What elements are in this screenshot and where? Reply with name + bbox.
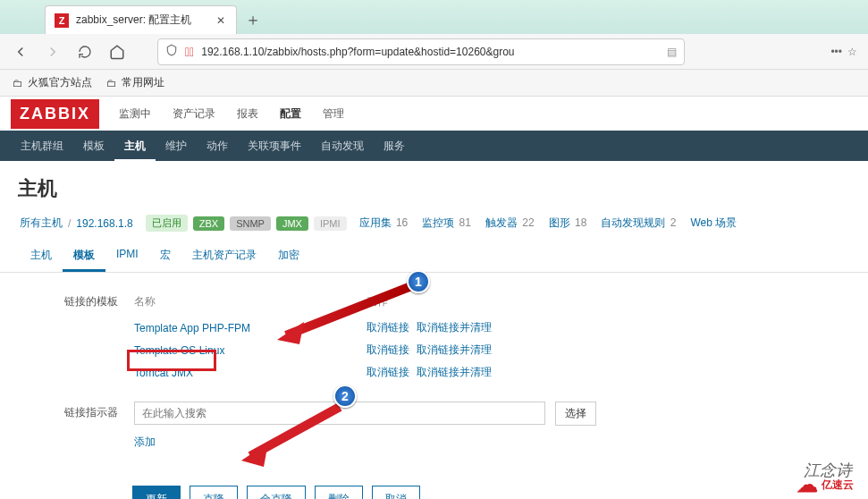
add-link[interactable]: 添加 xyxy=(134,435,156,450)
tab-templates[interactable]: 模板 xyxy=(63,239,105,272)
callout-1: 1 xyxy=(407,270,430,293)
breadcrumb: 所有主机 / 192.168.1.8 已启用 ZBX SNMP JMX IPMI… xyxy=(0,211,868,239)
update-button[interactable]: 更新 xyxy=(132,486,181,499)
nav-reports[interactable]: 报表 xyxy=(226,97,269,131)
unlink-link[interactable]: 取消链接 xyxy=(367,343,409,356)
nav-inventory[interactable]: 资产记录 xyxy=(162,97,226,131)
callout-2: 2 xyxy=(333,385,357,408)
linked-templates-table: 名称 动作 Template App PHP-FPM 取消链接取消链接并清理 T… xyxy=(134,291,545,384)
link-webscenarios[interactable]: Web 场景 xyxy=(690,216,737,231)
subnav-hostgroups[interactable]: 主机群组 xyxy=(11,131,73,162)
back-button[interactable] xyxy=(11,42,30,62)
unlink-clear-link[interactable]: 取消链接并清理 xyxy=(417,366,492,378)
subnav-templates[interactable]: 模板 xyxy=(73,131,114,162)
pill-ipmi: IPMI xyxy=(314,216,347,231)
cancel-button[interactable]: 取消 xyxy=(372,486,420,499)
link-items[interactable]: 监控项 81 xyxy=(422,216,471,231)
form-area: 链接的模板 名称 动作 Template App PHP-FPM 取消链接取消链… xyxy=(0,273,868,486)
crumb-hostname[interactable]: 192.168.1.8 xyxy=(76,217,132,230)
zabbix-app: ZABBIX 监测中 资产记录 报表 配置 管理 主机群组 模板 主机 维护 动… xyxy=(0,97,868,499)
link-graphs[interactable]: 图形 18 xyxy=(549,216,587,231)
reader-icon[interactable]: ▤ xyxy=(667,46,677,58)
host-tabs: 主机 模板 IPMI 宏 主机资产记录 加密 xyxy=(0,239,868,273)
zabbix-main-nav: 监测中 资产记录 报表 配置 管理 xyxy=(108,97,355,131)
template-row: Template App PHP-FPM 取消链接取消链接并清理 xyxy=(134,317,545,339)
actions-row: 更新 克隆 全克隆 删除 取消 xyxy=(132,486,868,499)
bookmark-star-icon[interactable]: ☆ xyxy=(847,46,857,58)
nav-administration[interactable]: 管理 xyxy=(312,97,355,131)
bookmark-item-common[interactable]: 🗀 常用网址 xyxy=(106,75,164,90)
home-button[interactable] xyxy=(107,42,127,62)
template-row: Tomcat JMX 取消链接取消链接并清理 xyxy=(134,361,545,384)
link-discovery[interactable]: 自动发现规则 2 xyxy=(601,216,676,231)
folder-icon: 🗀 xyxy=(13,77,23,89)
browser-nav-bar: 🔒⃠ 192.168.1.10/zabbix/hosts.php?form=up… xyxy=(0,34,868,70)
watermark-logo: ☁亿速云 xyxy=(796,472,854,497)
link-indicator-label: 链接指示器 xyxy=(27,402,134,450)
template-link[interactable]: Tomcat JMX xyxy=(134,367,193,379)
cloud-icon: ☁ xyxy=(796,472,818,497)
tab-inventory[interactable]: 主机资产记录 xyxy=(181,239,267,272)
col-name: 名称 xyxy=(134,291,367,317)
tab-encryption[interactable]: 加密 xyxy=(267,239,310,272)
close-icon[interactable]: ✕ xyxy=(215,14,227,27)
pill-zbx: ZBX xyxy=(193,216,224,231)
unlink-clear-link[interactable]: 取消链接并清理 xyxy=(417,343,492,356)
template-link[interactable]: Template App PHP-FPM xyxy=(134,322,250,334)
forward-button[interactable] xyxy=(43,42,63,62)
browser-tab-bar: Z zabbix_server: 配置主机 ✕ ＋ xyxy=(0,0,868,34)
browser-more-icon[interactable]: ••• xyxy=(830,46,842,58)
zabbix-logo[interactable]: ZABBIX xyxy=(11,99,99,129)
subnav-services[interactable]: 服务 xyxy=(374,131,415,162)
shield-icon xyxy=(165,44,178,59)
subnav-actions[interactable]: 动作 xyxy=(197,131,238,162)
col-action: 动作 xyxy=(367,291,545,317)
crumb-allhosts[interactable]: 所有主机 xyxy=(20,216,63,231)
reload-button[interactable] xyxy=(75,42,95,62)
tab-host[interactable]: 主机 xyxy=(20,239,63,272)
bookmark-bar: 🗀 火狐官方站点 🗀 常用网址 xyxy=(0,70,868,97)
template-row: Template OS Linux 取消链接取消链接并清理 xyxy=(134,339,545,361)
folder-icon: 🗀 xyxy=(106,77,117,89)
pill-snmp: SNMP xyxy=(230,216,271,231)
new-tab-button[interactable]: ＋ xyxy=(240,7,265,32)
bookmark-item-firefox[interactable]: 🗀 火狐官方站点 xyxy=(13,75,92,90)
bookmark-label: 常用网址 xyxy=(122,75,164,90)
link-applications[interactable]: 应用集 16 xyxy=(359,216,409,231)
subnav-hosts[interactable]: 主机 xyxy=(114,131,156,162)
browser-tab[interactable]: Z zabbix_server: 配置主机 ✕ xyxy=(45,5,237,34)
page-title: 主机 xyxy=(0,161,868,211)
zabbix-header: ZABBIX 监测中 资产记录 报表 配置 管理 xyxy=(0,97,868,131)
unlink-clear-link[interactable]: 取消链接并清理 xyxy=(417,321,492,334)
tab-macros[interactable]: 宏 xyxy=(149,239,181,272)
url-text: 192.168.1.10/zabbix/hosts.php?form=updat… xyxy=(201,46,662,58)
nav-configuration[interactable]: 配置 xyxy=(269,97,312,131)
unlink-link[interactable]: 取消链接 xyxy=(367,366,409,378)
unlink-link[interactable]: 取消链接 xyxy=(367,321,409,334)
template-link[interactable]: Template OS Linux xyxy=(134,344,224,357)
url-bar[interactable]: 🔒⃠ 192.168.1.10/zabbix/hosts.php?form=up… xyxy=(157,38,685,65)
insecure-icon: 🔒⃠ xyxy=(185,45,194,59)
linked-templates-label: 链接的模板 xyxy=(27,291,134,384)
status-enabled-pill: 已启用 xyxy=(146,215,188,232)
nav-monitoring[interactable]: 监测中 xyxy=(108,97,162,131)
clone-button[interactable]: 克隆 xyxy=(190,486,238,499)
fullclone-button[interactable]: 全克隆 xyxy=(247,486,306,499)
subnav-discovery[interactable]: 自动发现 xyxy=(311,131,374,162)
zabbix-favicon: Z xyxy=(55,13,69,28)
bookmark-label: 火狐官方站点 xyxy=(28,75,92,90)
zabbix-sub-nav: 主机群组 模板 主机 维护 动作 关联项事件 自动发现 服务 xyxy=(0,131,868,161)
tab-ipmi[interactable]: IPMI xyxy=(105,239,149,272)
select-button[interactable]: 选择 xyxy=(555,402,596,426)
link-triggers[interactable]: 触发器 22 xyxy=(485,216,535,231)
tab-title-text: zabbix_server: 配置主机 xyxy=(76,13,209,28)
pill-jmx: JMX xyxy=(276,216,308,231)
delete-button[interactable]: 删除 xyxy=(315,486,363,499)
subnav-correlation[interactable]: 关联项事件 xyxy=(238,131,311,162)
subnav-maintenance[interactable]: 维护 xyxy=(156,131,197,162)
breadcrumb-sep: / xyxy=(68,217,71,230)
